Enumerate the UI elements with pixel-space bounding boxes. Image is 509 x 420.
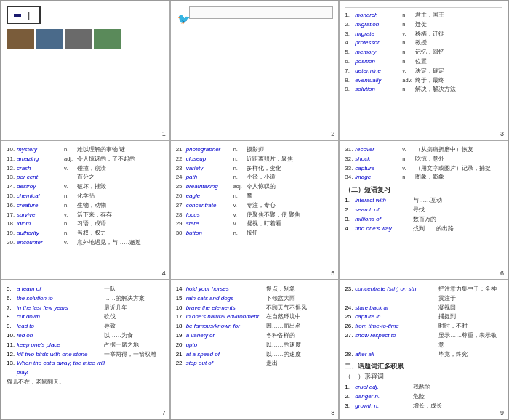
list-item: 15.chemicaln.化学品 [7,192,164,201]
list-item: 3.migratev.移栖，迁徙 [345,30,502,39]
cell-quote: 🐦 2 [170,1,340,140]
list-item: 3.growth n.增长，成长 [345,402,502,411]
list-item: 9.lead to导致 [7,322,164,331]
page-num-8: 8 [331,409,334,416]
vocab-list-4: 10.mysteryn.难以理解的事物 谜11.amazingadj.令人惊讶的… [7,145,164,248]
page-num-6: 6 [500,270,504,277]
cell-phrases-3: 23.concentrate (sth) on sth把注意力集中于；全神贯注于… [339,280,508,419]
list-item: 16.brave the elements不顾天气不惧风 [176,304,334,313]
cell-vocab-1: 1.monarchn.君主，国王2.migrationn.迁徙3.migrate… [339,1,508,140]
list-item: 33.capturev.（用文字或图片）记录，捕捉 [345,164,502,174]
page-num-3: 3 [500,130,504,137]
img-2 [36,29,63,49]
list-item: 21.photographern.摄影师 [176,145,334,155]
list-item: 15.rain cats and dogs下倾盆大雨 [176,294,334,304]
img-1 [7,29,34,49]
phrase-list-7: 5.a team of一队6.the solution to……的解决方案7.i… [7,285,164,387]
list-item: 5.a team of一队 [7,285,164,294]
list-item: 8.eventuallyadv.终于，最终 [345,76,502,86]
list-item: 11.amazingadj.令人惊讶的，了不起的 [7,155,164,164]
list-item: 1.monarchn.君主，国王 [345,11,502,20]
page-num-5: 5 [331,270,334,277]
vocab-header [345,6,502,8]
sub-section-header-9: 二、话题词汇多积累 [345,362,502,371]
list-item: 11.keep one's place占据一席之地 [7,341,164,350]
page-num-7: 7 [162,409,166,416]
list-item: 34.imagen.图象，影象 [345,173,502,182]
list-item: 32.shockn.吃惊，意外 [345,155,502,164]
list-item: 19.a variety of各种各样的 [176,331,334,341]
list-item: 24.stare back at凝视回 [345,304,502,313]
list-item: 27.show respect to显示……尊重，表示敬意 [345,331,502,350]
vocab-list-6: 31.recoverv.（从病痛折磨中）恢复32.shockn.吃惊，意外33.… [345,145,502,233]
cell-phrases-1: 5.a team of一队6.the solution to……的解决方案7.i… [1,280,170,419]
list-item: 13.When the cat's away, the mice will pl… [7,359,164,387]
list-item: 8.cut down砍伐 [7,312,164,322]
list-item: 10.fed on以……为食 [7,331,164,341]
list-item: 3.millions of数百万的 [345,215,502,225]
list-item: 31.recoverv.（从病痛折磨中）恢复 [345,145,502,155]
sub-section-header: （二）短语复习 [345,185,502,195]
list-item: 13.per cent百分之 [7,173,164,182]
list-item: 19.authorityn.当权，权力 [7,229,164,238]
list-item: 20.encounterv.意外地遇见，与……邂逅 [7,238,164,248]
list-item: 14.hold your horses慢点，别急 [176,285,334,294]
cell-vocab-2: 10.mysteryn.难以理解的事物 谜11.amazingadj.令人惊讶的… [1,140,170,280]
page-num-4: 4 [162,270,166,277]
list-item: 6.positionn.位置 [345,57,502,67]
list-item: 4.find one's way找到……的出路 [345,225,502,234]
list-item: 16.creaturen.生物，动物 [7,201,164,211]
list-item: 28.focusv.使聚焦不聚，使 聚焦 [176,211,334,220]
list-item: 7.determinev.决定，确定 [345,67,502,76]
list-item: 7.in the last few years最近几年 [7,304,164,313]
list-item: 18.idiomn.习语，成语 [7,219,164,229]
main-grid: | 1 🐦 2 1.monarchn [0,0,509,420]
list-item: 26.from time-to-time时时，不时 [345,322,502,331]
list-item: 2.migrationn.迁徙 [345,20,502,30]
list-item: 1.interact with与……互动 [345,196,502,206]
list-item: 23.concentrate (sth) on sth把注意力集中于；全神贯注于 [345,285,502,304]
quote-box [189,6,334,19]
list-item: 28.after all毕竟，终究 [345,350,502,360]
list-item: 17.survivev.活下来，存存 [7,211,164,220]
list-item: 24.pathn.小径，小道 [176,173,334,182]
cell-title: | 1 [1,1,170,140]
title-box: | [7,6,41,24]
phrase-list-8: 14.hold your horses慢点，别急15.rain cats and… [176,285,334,368]
list-item: 2.search of寻找 [345,206,502,215]
list-item: 26.eaglen.鹰 [176,192,334,201]
img-3 [65,29,92,49]
quote-container: 🐦 [176,6,334,19]
cell-phrases-2: 14.hold your horses慢点，别急15.rain cats and… [170,280,340,419]
list-item: 6.the solution to……的解决方案 [7,294,164,304]
img-4 [94,29,121,49]
list-item: 18.be famous/known for因……而出名 [176,322,334,331]
list-item: 5.memoryn.记忆，回忆 [345,48,502,57]
list-item: 22.closeupn.近距离照片，聚焦 [176,155,334,164]
list-item: 1.cruel adj.残酷的 [345,383,502,392]
page-num-1: 1 [162,130,166,137]
bird-icon: 🐦 [177,13,190,25]
list-item: 14.destroyv.破坏，摧毁 [7,182,164,192]
cell-vocab-4: 31.recoverv.（从病痛折磨中）恢复32.shockn.吃惊，意外33.… [339,140,508,280]
vocab-list-3: 1.monarchn.君主，国王2.migrationn.迁徙3.migrate… [345,11,502,94]
list-item: 9.solutionn.解决，解决方法 [345,85,502,94]
list-item: 25.capture in捕捉到 [345,312,502,322]
page-num-2: 2 [331,130,334,137]
list-item: 22.step out of走出 [176,359,334,368]
list-item: 12.crashv.碰撞，崩溃 [7,164,164,174]
list-item: 25.breathtakingadj.令人惊叹的 [176,182,334,192]
list-item: 17.in one's natural environment在自然环境中 [176,312,334,322]
list-item: 20.upto以……的速度 [176,341,334,350]
list-item: 27.concentratev.专注，专心 [176,201,334,211]
list-item: 30.buttonn.按钮 [176,229,334,238]
list-item: 4.professorn.教授 [345,39,502,48]
cell-vocab-3: 21.photographern.摄影师22.closeupn.近距离照片，聚焦… [170,140,340,280]
list-item: 2.danger n.危险 [345,392,502,402]
list-item: 10.mysteryn.难以理解的事物 谜 [7,145,164,155]
list-item: 12.kill two birds with one stone一举两得，一箭双… [7,350,164,360]
images-row [7,29,164,49]
unit-badge [14,14,21,17]
list-item: 29.starev.凝视，盯着看 [176,219,334,229]
list-item: 23.varietyn.多样化，变化 [176,164,334,174]
